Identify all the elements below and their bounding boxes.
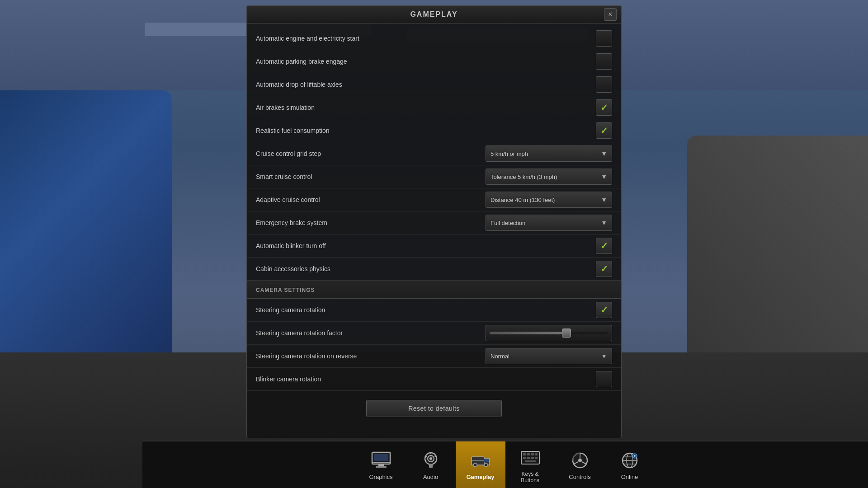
svg-rect-21 (527, 457, 530, 459)
reset-button[interactable]: Reset to defaults (366, 400, 502, 417)
setting-control-axles[interactable] (596, 76, 612, 93)
svg-rect-2 (378, 464, 384, 466)
setting-control-smart-cruise[interactable]: Tolerance 5 km/h (3 mph) ▼ (486, 169, 612, 185)
nav-item-online[interactable]: Online (605, 441, 655, 488)
speaker-icon (418, 449, 443, 472)
dropdown-adaptive-cruise-value: Distance 40 m (130 feet) (491, 197, 597, 203)
svg-point-26 (578, 459, 582, 462)
svg-rect-19 (535, 453, 538, 455)
svg-point-12 (484, 463, 488, 467)
nav-item-controls[interactable]: Controls (555, 441, 605, 488)
dropdown-emergency-brake-value: Full detection (491, 220, 597, 226)
setting-control-parking[interactable] (596, 53, 612, 70)
setting-control-adaptive-cruise[interactable]: Distance 40 m (130 feet) ▼ (486, 192, 612, 208)
dropdown-smart-cruise[interactable]: Tolerance 5 km/h (3 mph) ▼ (486, 169, 612, 185)
nav-label-online: Online (621, 474, 638, 480)
setting-row-fuel: Realistic fuel consumption (247, 119, 621, 142)
dialog-title: GAMEPLAY (410, 10, 458, 19)
setting-row-axles: Automatic drop of liftable axles (247, 73, 621, 96)
dropdown-adaptive-cruise[interactable]: Distance 40 m (130 feet) ▼ (486, 192, 612, 208)
setting-control-blinker-cam[interactable] (596, 371, 612, 387)
truck-icon (468, 449, 493, 472)
setting-row-parking: Automatic parking brake engage (247, 50, 621, 73)
nav-item-gameplay[interactable]: Gameplay (456, 441, 505, 488)
setting-label-cruise-step: Cruise control grid step (256, 150, 486, 157)
setting-label-steering-cam-rot: Steering camera rotation (256, 306, 596, 314)
checkbox-blinker[interactable] (596, 238, 612, 254)
settings-dialog: GAMEPLAY × Automatic engine and electric… (246, 5, 622, 438)
checkbox-fuel[interactable] (596, 122, 612, 139)
svg-point-7 (429, 457, 432, 460)
dialog-content[interactable]: Automatic engine and electricity start A… (247, 23, 621, 438)
steering-icon (567, 449, 593, 472)
svg-point-11 (473, 463, 477, 467)
svg-rect-17 (527, 453, 530, 455)
checkbox-parking[interactable] (596, 53, 612, 70)
slider-thumb[interactable] (562, 328, 571, 338)
close-button[interactable]: × (604, 8, 617, 21)
keyboard-icon (518, 446, 543, 469)
nav-item-audio[interactable]: Audio (406, 441, 456, 488)
setting-control-cabin[interactable] (596, 261, 612, 277)
setting-label-cabin: Cabin accessories physics (256, 265, 596, 272)
setting-row-smart-cruise: Smart cruise control Tolerance 5 km/h (3… (247, 165, 621, 188)
setting-row-airbrakes: Air brakes simulation (247, 96, 621, 119)
nav-label-gameplay: Gameplay (466, 474, 494, 480)
setting-row-adaptive-cruise: Adaptive cruise control Distance 40 m (1… (247, 188, 621, 211)
checkbox-airbrakes[interactable] (596, 99, 612, 116)
nav-label-controls: Controls (569, 474, 590, 480)
setting-control-airbrakes[interactable] (596, 99, 612, 116)
dropdown-cruise-step[interactable]: 5 km/h or mph ▼ (486, 145, 612, 162)
slider-fill (490, 332, 566, 334)
nav-label-keys: Keys & Buttons (521, 471, 539, 483)
svg-rect-18 (531, 453, 534, 455)
setting-control-steering-cam-reverse[interactable]: Normal ▼ (486, 348, 612, 364)
checkbox-steering-cam-rot[interactable] (596, 302, 612, 318)
setting-label-blinker: Automatic blinker turn off (256, 242, 596, 249)
setting-label-fuel: Realistic fuel consumption (256, 127, 596, 134)
nav-label-graphics: Graphics (369, 474, 392, 480)
dropdown-steering-cam-reverse[interactable]: Normal ▼ (486, 348, 612, 364)
setting-control-cruise-step[interactable]: 5 km/h or mph ▼ (486, 145, 612, 162)
camera-settings-section: CAMERA SETTINGS (247, 281, 621, 299)
chevron-down-icon-4: ▼ (601, 219, 607, 226)
svg-rect-24 (525, 460, 536, 462)
svg-rect-4 (374, 454, 388, 461)
setting-control-fuel[interactable] (596, 122, 612, 139)
dropdown-emergency-brake[interactable]: Full detection ▼ (486, 215, 612, 231)
slider-steering-cam-factor[interactable] (486, 325, 612, 341)
bottom-navigation: Graphics Audio (142, 441, 868, 488)
setting-row-steering-cam-factor: Steering camera rotation factor (247, 322, 621, 345)
chevron-down-icon-2: ▼ (601, 173, 607, 180)
setting-label-axles: Automatic drop of liftable axles (256, 81, 596, 88)
svg-rect-3 (376, 466, 387, 468)
svg-rect-13 (484, 459, 489, 462)
checkbox-axles[interactable] (596, 76, 612, 93)
setting-control-engine[interactable] (596, 30, 612, 47)
monitor-icon (368, 449, 394, 472)
nav-label-audio: Audio (423, 474, 438, 480)
setting-label-steering-cam-reverse: Steering camera rotation on reverse (256, 352, 486, 360)
checkbox-cabin[interactable] (596, 261, 612, 277)
setting-row-blinker-cam: Blinker camera rotation (247, 368, 621, 391)
setting-control-steering-cam-rot[interactable] (596, 302, 612, 318)
svg-rect-9 (429, 464, 433, 468)
checkbox-blinker-cam[interactable] (596, 371, 612, 387)
setting-label-adaptive-cruise: Adaptive cruise control (256, 196, 486, 203)
setting-control-blinker[interactable] (596, 238, 612, 254)
setting-label-parking: Automatic parking brake engage (256, 58, 596, 65)
setting-control-emergency-brake[interactable]: Full detection ▼ (486, 215, 612, 231)
setting-label-blinker-cam: Blinker camera rotation (256, 375, 596, 383)
nav-item-keys[interactable]: Keys & Buttons (505, 441, 555, 488)
nav-item-graphics[interactable]: Graphics (356, 441, 406, 488)
dropdown-smart-cruise-value: Tolerance 5 km/h (3 mph) (491, 174, 597, 180)
setting-row-blinker: Automatic blinker turn off (247, 235, 621, 258)
setting-label-steering-cam-factor: Steering camera rotation factor (256, 329, 486, 337)
chevron-down-icon-5: ▼ (601, 352, 607, 360)
reset-container: Reset to defaults (247, 394, 621, 422)
dialog-header: GAMEPLAY × (247, 6, 621, 23)
setting-label-airbrakes: Air brakes simulation (256, 104, 596, 111)
setting-control-steering-cam-factor[interactable] (486, 325, 612, 341)
checkbox-engine[interactable] (596, 30, 612, 47)
setting-row-steering-cam-rot: Steering camera rotation (247, 299, 621, 322)
